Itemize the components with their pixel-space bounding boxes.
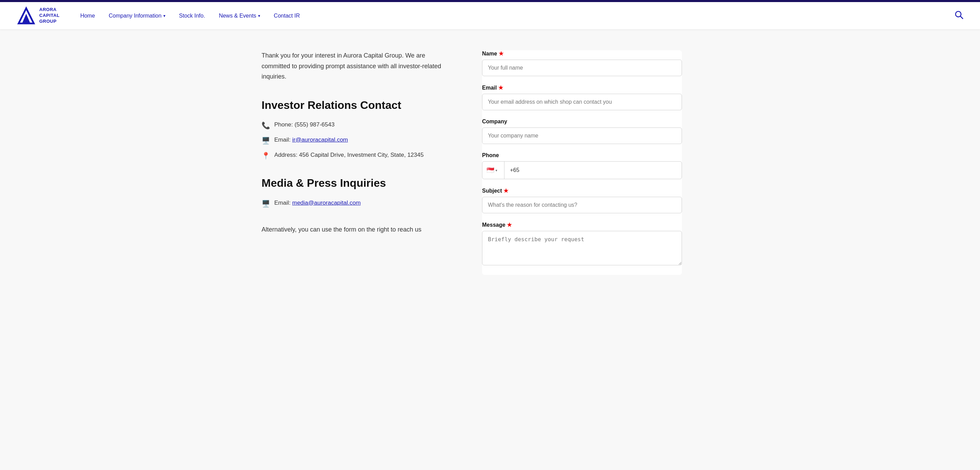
email-contact-item: 🖥️ Email: ir@auroracapital.com [261, 137, 455, 145]
phone-form-group: Phone 🇸🇬 ▾ [482, 152, 682, 179]
email-input[interactable] [482, 94, 682, 110]
nav-home[interactable]: Home [80, 13, 95, 19]
phone-dropdown-icon: ▾ [495, 169, 497, 172]
email-icon: 🖥️ [261, 137, 270, 145]
nav-stock-info[interactable]: Stock Info. [179, 13, 205, 19]
phone-contact-item: 📞 Phone: (555) 987-6543 [261, 121, 455, 129]
media-email-link[interactable]: media@auroracapital.com [292, 199, 361, 206]
media-email-icon: 🖥️ [261, 199, 270, 208]
flag-icon: 🇸🇬 [487, 166, 494, 174]
phone-text: Phone: (555) 987-6543 [274, 121, 334, 128]
email-form-group: Email ★ [482, 84, 682, 110]
message-required-star: ★ [507, 221, 512, 228]
logo-icon [16, 6, 36, 25]
phone-icon: 📞 [261, 121, 270, 129]
subject-form-group: Subject ★ [482, 188, 682, 213]
name-label: Name ★ [482, 50, 682, 57]
subject-required-star: ★ [503, 188, 508, 194]
company-info-chevron-icon: ▾ [163, 13, 165, 18]
email-text: Email: ir@auroracapital.com [274, 137, 348, 143]
contact-form: Name ★ Email ★ Company Phone 🇸 [482, 50, 682, 275]
ir-email-link[interactable]: ir@auroracapital.com [292, 137, 348, 143]
company-label: Company [482, 118, 682, 125]
media-email-text: Email: media@auroracapital.com [274, 199, 361, 206]
company-form-group: Company [482, 118, 682, 144]
message-label: Message ★ [482, 221, 682, 228]
message-textarea[interactable] [482, 231, 682, 265]
name-required-star: ★ [499, 50, 503, 57]
phone-label: Phone [482, 152, 682, 158]
phone-country-selector[interactable]: 🇸🇬 ▾ [482, 162, 504, 179]
email-label: Email ★ [482, 84, 682, 91]
main-content: Thank you for your interest in Aurora Ca… [245, 30, 735, 296]
news-events-chevron-icon: ▾ [258, 13, 260, 18]
nav-news-events[interactable]: News & Events ▾ [219, 13, 260, 19]
phone-number-input[interactable] [504, 162, 682, 178]
message-form-group: Message ★ [482, 221, 682, 267]
media-press-heading: Media & Press Inquiries [261, 177, 455, 190]
media-press-section: Media & Press Inquiries 🖥️ Email: media@… [261, 177, 455, 207]
intro-text: Thank you for your interest in Aurora Ca… [261, 50, 455, 82]
address-text: Address: 456 Capital Drive, Investment C… [274, 151, 423, 158]
logo-link[interactable]: ARORA CAPITAL GROUP [16, 6, 60, 25]
subject-input[interactable] [482, 197, 682, 213]
svg-line-3 [961, 16, 963, 19]
nav-links: Home Company Information ▾ Stock Info. N… [80, 13, 955, 19]
company-input[interactable] [482, 127, 682, 144]
subject-label: Subject ★ [482, 188, 682, 194]
address-contact-item: 📍 Address: 456 Capital Drive, Investment… [261, 151, 455, 160]
media-email-item: 🖥️ Email: media@auroracapital.com [261, 199, 455, 208]
investor-relations-heading: Investor Relations Contact [261, 99, 455, 112]
left-column: Thank you for your interest in Aurora Ca… [261, 50, 455, 235]
investor-relations-section: Investor Relations Contact 📞 Phone: (555… [261, 99, 455, 160]
name-input[interactable] [482, 60, 682, 76]
nav-contact-ir[interactable]: Contact IR [274, 13, 300, 19]
nav-company-information[interactable]: Company Information ▾ [109, 13, 165, 19]
address-icon: 📍 [261, 151, 270, 160]
name-form-group: Name ★ [482, 50, 682, 76]
alt-text: Alternatively, you can use the form on t… [261, 224, 455, 235]
svg-point-2 [956, 11, 961, 17]
email-required-star: ★ [498, 84, 503, 91]
navigation: ARORA CAPITAL GROUP Home Company Informa… [0, 2, 980, 30]
logo-text: ARORA CAPITAL GROUP [39, 7, 60, 24]
phone-field: 🇸🇬 ▾ [482, 161, 682, 179]
search-icon[interactable] [955, 10, 964, 21]
